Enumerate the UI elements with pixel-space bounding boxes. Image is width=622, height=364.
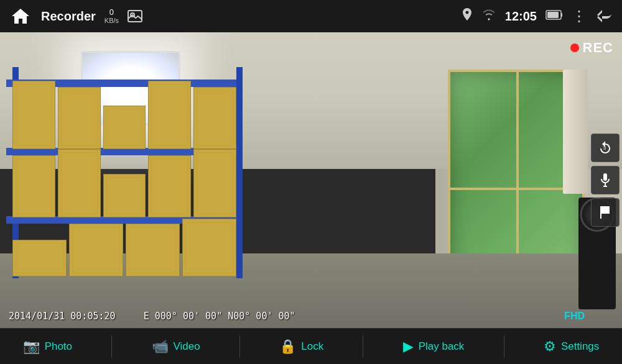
location-icon bbox=[462, 8, 473, 24]
boxes-bot bbox=[12, 224, 236, 276]
video-label: Video bbox=[174, 340, 200, 353]
shelving-unit bbox=[0, 67, 336, 278]
camera-view: REC 3 2014/01/31 00:05:20 bbox=[0, 32, 622, 328]
quality-label: FHD bbox=[564, 311, 585, 322]
box bbox=[69, 224, 123, 276]
photo-button[interactable]: 📷 Photo bbox=[17, 335, 78, 358]
boxes-mid bbox=[12, 155, 236, 217]
page-title: Recorder bbox=[41, 9, 96, 24]
boxes-top bbox=[12, 87, 236, 149]
box bbox=[182, 219, 236, 277]
rotate-button[interactable]: 3 bbox=[591, 134, 620, 162]
curtain bbox=[563, 70, 588, 194]
box bbox=[193, 87, 236, 149]
microphone-button[interactable] bbox=[591, 166, 620, 194]
box bbox=[103, 174, 146, 217]
overlay-timestamp: 2014/01/31 00:05:20 E 000° 00' 00" N00° … bbox=[9, 311, 295, 322]
box bbox=[58, 149, 101, 217]
divider bbox=[239, 335, 240, 358]
box bbox=[126, 224, 180, 276]
video-button[interactable]: 📹 Video bbox=[146, 335, 207, 358]
lock-label: Lock bbox=[301, 340, 323, 353]
svg-rect-7 bbox=[603, 173, 607, 181]
divider bbox=[504, 335, 504, 358]
photo-icon: 📷 bbox=[23, 339, 40, 355]
svg-rect-4 bbox=[561, 13, 562, 17]
box bbox=[193, 149, 236, 217]
box bbox=[58, 87, 101, 149]
playback-icon: ▶ bbox=[403, 339, 414, 355]
lock-button[interactable]: 🔒 Lock bbox=[273, 335, 330, 358]
rec-label: REC bbox=[583, 40, 613, 56]
box bbox=[12, 155, 55, 217]
settings-label: Settings bbox=[561, 340, 599, 353]
box bbox=[148, 81, 191, 149]
settings-button[interactable]: ⚙ Settings bbox=[537, 335, 605, 358]
status-right: 12:05 ⋮ bbox=[462, 7, 613, 25]
playback-label: Play back bbox=[419, 340, 465, 353]
photo-label: Photo bbox=[45, 340, 72, 353]
status-time: 12:05 bbox=[505, 9, 537, 24]
kb-speed-display: 0 KB/s bbox=[104, 7, 119, 25]
box bbox=[12, 81, 55, 149]
bottom-toolbar: 📷 Photo 📹 Video 🔒 Lock ▶ Play back ⚙ Set… bbox=[0, 328, 622, 364]
wifi-icon bbox=[481, 9, 496, 23]
svg-marker-11 bbox=[601, 206, 610, 214]
box bbox=[103, 106, 146, 149]
rec-indicator: REC bbox=[570, 40, 613, 56]
svg-text:3: 3 bbox=[603, 145, 606, 151]
svg-rect-5 bbox=[547, 12, 559, 18]
back-button[interactable] bbox=[596, 7, 613, 25]
lock-icon: 🔒 bbox=[279, 339, 296, 355]
home-button[interactable] bbox=[9, 4, 32, 28]
status-bar: Recorder 0 KB/s 12:05 bbox=[0, 0, 622, 32]
overflow-menu-button[interactable]: ⋮ bbox=[572, 7, 587, 25]
svg-marker-0 bbox=[12, 9, 29, 24]
battery-icon bbox=[545, 9, 563, 23]
settings-icon: ⚙ bbox=[544, 339, 556, 355]
box bbox=[148, 155, 191, 217]
side-controls: 3 bbox=[591, 134, 622, 227]
divider bbox=[363, 335, 363, 358]
flag-button[interactable] bbox=[591, 198, 620, 227]
playback-button[interactable]: ▶ Play back bbox=[397, 335, 471, 358]
shelf-pole-right bbox=[236, 67, 243, 278]
box bbox=[12, 240, 67, 277]
image-icon bbox=[128, 10, 142, 22]
rec-dot bbox=[570, 43, 579, 52]
video-icon: 📹 bbox=[152, 339, 169, 355]
divider bbox=[111, 335, 112, 358]
